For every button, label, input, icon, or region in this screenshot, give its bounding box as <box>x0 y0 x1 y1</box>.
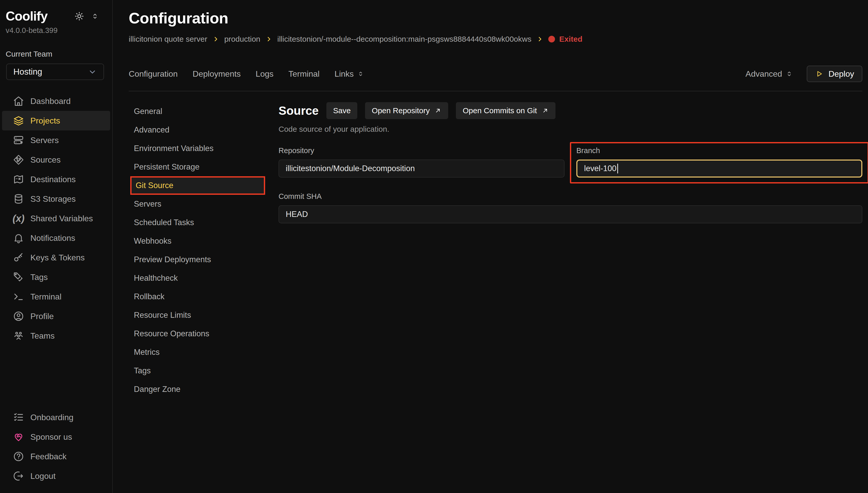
commit-sha-value: HEAD <box>286 210 308 219</box>
open-repository-label: Open Repository <box>372 106 430 115</box>
sidebar-item-sponsor-us[interactable]: Sponsor us <box>2 427 110 447</box>
subnav-item-preview-deployments[interactable]: Preview Deployments <box>129 250 265 269</box>
sidebar-item-label: Sources <box>30 155 61 165</box>
tabs: Configuration Deployments Logs Terminal … <box>129 69 364 79</box>
commit-sha-field-group: Commit SHA HEAD <box>278 192 862 223</box>
subnav-item-environment-variables[interactable]: Environment Variables <box>129 139 265 158</box>
subnav-item-healthcheck[interactable]: Healthcheck <box>129 269 265 287</box>
subnav-item-advanced[interactable]: Advanced <box>129 121 265 139</box>
tabbar: Configuration Deployments Logs Terminal … <box>129 66 862 91</box>
chevron-right-icon <box>536 36 543 42</box>
sidebar-item-notifications[interactable]: Notifications <box>2 228 110 248</box>
branch-field-cell: Branch level-100 <box>576 146 862 184</box>
logo-row: Coolify <box>0 9 112 24</box>
sidebar-item-destinations[interactable]: Destinations <box>2 170 110 189</box>
sidebar-item-profile[interactable]: Profile <box>2 306 110 326</box>
team-select[interactable]: Hosting <box>6 64 104 80</box>
home-icon <box>13 95 24 107</box>
subnav-item-danger-zone[interactable]: Danger Zone <box>129 380 265 399</box>
key-icon <box>13 252 24 263</box>
breadcrumb-project[interactable]: illicitonion quote server <box>129 35 207 43</box>
subnav-item-tags[interactable]: Tags <box>129 362 265 380</box>
subnav-item-general[interactable]: General <box>129 102 265 121</box>
open-commits-button[interactable]: Open Commits on Git <box>456 102 555 119</box>
source-section: Source Save Open Repository Open Commits… <box>278 91 862 399</box>
tab-terminal[interactable]: Terminal <box>288 69 319 79</box>
sidebar-nav: Dashboard Projects Servers <box>0 91 112 346</box>
subnav-item-resource-operations[interactable]: Resource Operations <box>129 324 265 343</box>
subnav-item-rollback[interactable]: Rollback <box>129 287 265 306</box>
chevron-down-icon <box>88 67 97 76</box>
sidebar-item-tags[interactable]: Tags <box>2 267 110 287</box>
subnav-item-persistent-storage[interactable]: Persistent Storage <box>129 158 265 176</box>
sidebar-item-projects[interactable]: Projects <box>2 111 110 130</box>
sidebar-item-label: S3 Storages <box>30 194 76 204</box>
sidebar-item-label: Notifications <box>30 233 75 243</box>
open-commits-label: Open Commits on Git <box>463 106 537 115</box>
sidebar-item-label: Feedback <box>30 452 67 462</box>
settings-subnav: General Advanced Environment Variables P… <box>129 91 265 399</box>
subnav-item-scheduled-tasks[interactable]: Scheduled Tasks <box>129 213 265 232</box>
git-source-annotation-box: Git Source <box>130 176 265 195</box>
sun-icon[interactable] <box>74 11 84 21</box>
sidebar-item-sources[interactable]: Sources <box>2 150 110 170</box>
subnav-item-webhooks[interactable]: Webhooks <box>129 232 265 250</box>
subnav-item-resource-limits[interactable]: Resource Limits <box>129 306 265 324</box>
help-icon <box>13 451 24 462</box>
checklist-icon <box>13 412 24 423</box>
status-text: Exited <box>559 35 582 43</box>
branch-input[interactable]: level-100 <box>576 159 862 177</box>
deploy-button[interactable]: Deploy <box>807 66 862 82</box>
sidebar-item-keys-tokens[interactable]: Keys & Tokens <box>2 248 110 267</box>
sidebar-item-feedback[interactable]: Feedback <box>2 447 110 466</box>
server-icon <box>13 134 24 146</box>
logout-icon <box>13 470 24 482</box>
sidebar-item-teams[interactable]: Teams <box>2 326 110 346</box>
sidebar-item-terminal[interactable]: Terminal <box>2 287 110 306</box>
heart-icon <box>13 431 24 443</box>
sidebar-item-dashboard[interactable]: Dashboard <box>2 91 110 111</box>
tab-links[interactable]: Links <box>334 69 364 79</box>
sidebar-footer: Onboarding Sponsor us Feedback Logout <box>0 408 112 486</box>
sidebar-item-logout[interactable]: Logout <box>2 466 110 486</box>
sidebar-item-label: Tags <box>30 273 48 282</box>
breadcrumb: illicitonion quote server production ill… <box>129 35 862 43</box>
sidebar-item-label: Projects <box>30 116 60 126</box>
advanced-dropdown[interactable]: Advanced <box>745 69 793 79</box>
tab-deployments[interactable]: Deployments <box>193 69 241 79</box>
external-link-icon <box>542 107 549 114</box>
branch-annotation-box: Branch level-100 <box>570 142 868 184</box>
tab-logs[interactable]: Logs <box>256 69 273 79</box>
breadcrumb-environment[interactable]: production <box>224 35 260 43</box>
status-dot-icon <box>548 36 555 42</box>
sidebar-item-label: Teams <box>30 331 55 341</box>
play-icon <box>815 70 823 78</box>
external-link-icon <box>434 107 442 114</box>
sidebar-item-servers[interactable]: Servers <box>2 130 110 150</box>
subnav-item-git-source[interactable]: Git Source <box>131 177 264 193</box>
sidebar-item-s3-storages[interactable]: S3 Storages <box>2 189 110 209</box>
sidebar-item-shared-variables[interactable]: (x) Shared Variables <box>2 209 110 228</box>
layers-icon <box>13 115 24 126</box>
subnav-item-metrics[interactable]: Metrics <box>129 343 265 362</box>
tab-configuration[interactable]: Configuration <box>129 69 177 79</box>
save-button[interactable]: Save <box>326 102 357 119</box>
advanced-label: Advanced <box>745 69 782 79</box>
chevron-updown-icon[interactable] <box>91 12 99 20</box>
repository-input[interactable]: illicitestonion/Module-Decomposition <box>278 159 565 177</box>
chevron-updown-icon <box>786 70 793 78</box>
content-row: General Advanced Environment Variables P… <box>129 91 862 399</box>
chevron-right-icon <box>212 36 219 42</box>
theme-controls <box>74 11 99 21</box>
users-icon <box>13 330 24 341</box>
breadcrumb-application[interactable]: illicitestonion/-module--decomposition:m… <box>277 35 531 43</box>
database-icon <box>13 193 24 205</box>
sidebar-item-label: Keys & Tokens <box>30 253 85 262</box>
open-repository-button[interactable]: Open Repository <box>365 102 448 119</box>
branch-label: Branch <box>576 146 862 155</box>
source-description: Code source of your application. <box>278 125 862 133</box>
subnav-item-servers[interactable]: Servers <box>129 195 265 213</box>
git-source-icon <box>13 154 24 166</box>
sidebar-item-onboarding[interactable]: Onboarding <box>2 408 110 427</box>
commit-sha-input[interactable]: HEAD <box>278 205 862 223</box>
